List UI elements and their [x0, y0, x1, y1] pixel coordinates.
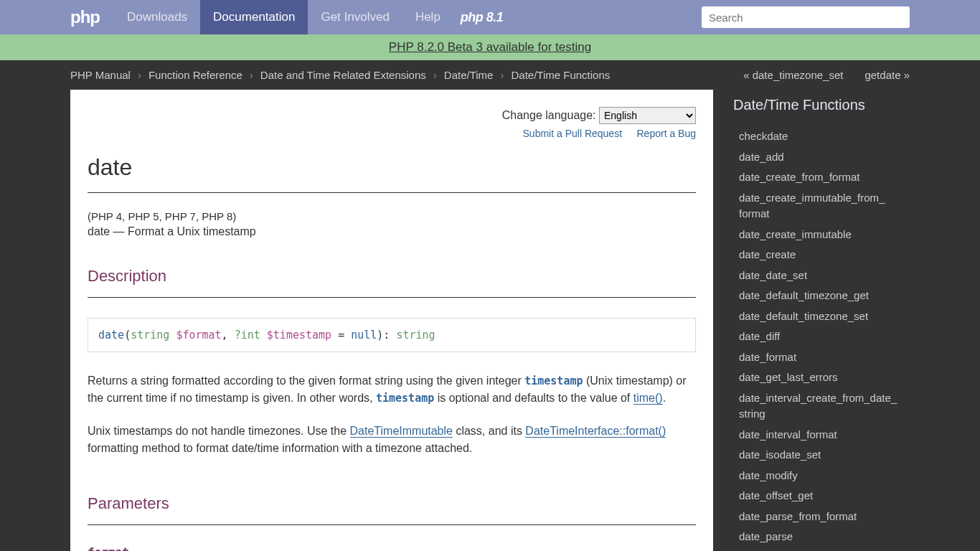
- breadcrumb-separator: ›: [138, 69, 141, 81]
- method-synopsis: date(string $format, ?int $timestamp = n…: [88, 318, 696, 352]
- subheader: PHP Manual›Function Reference›Date and T…: [0, 60, 980, 90]
- nav-documentation[interactable]: Documentation: [200, 0, 308, 34]
- sidebar-link-date_modify[interactable]: date_​modify: [739, 469, 798, 481]
- sidebar-link-date_format[interactable]: date_​format: [739, 351, 796, 363]
- param-format: format: [88, 545, 696, 551]
- datetimeimmutable-link[interactable]: DateTimeImmutable: [350, 425, 453, 438]
- sidebar-link-date_create_immutable[interactable]: date_​create_​immutable: [739, 228, 852, 240]
- version-info: (PHP 4, PHP 5, PHP 7, PHP 8): [88, 210, 696, 222]
- content: Change language: English Submit a Pull R…: [70, 90, 713, 551]
- sidebar: Date/Time Functions checkdatedate_​addda…: [730, 90, 910, 551]
- sidebar-item: date_​offset_​get: [730, 486, 910, 507]
- sidebar-item: date_​parse_​from_​format: [730, 507, 910, 527]
- type: string: [131, 329, 169, 342]
- code-timestamp: timestamp: [524, 375, 583, 387]
- sidebar-link-date_interval_create_from_date_string[interactable]: date_​interval_​create_​from_​date_​stri…: [739, 392, 897, 420]
- submit-pr-link[interactable]: Submit a Pull Request: [523, 128, 623, 139]
- sidebar-item: date_​get_​last_​errors: [730, 367, 910, 388]
- search-input[interactable]: [702, 6, 910, 28]
- sidebar-title: Date/Time Functions: [730, 97, 910, 113]
- sidebar-item: date_​date_​set: [730, 265, 910, 286]
- sidebar-item: checkdate: [730, 126, 910, 147]
- top-navigation: php DownloadsDocumentationGet InvolvedHe…: [0, 0, 980, 34]
- sidebar-item: date_​default_​timezone_​get: [730, 286, 910, 306]
- nav-downloads[interactable]: Downloads: [114, 0, 200, 34]
- sidebar-link-date_parse_from_format[interactable]: date_​parse_​from_​format: [739, 510, 857, 522]
- page-nav: « date_timezone_set getdate »: [743, 69, 910, 81]
- layout: Change language: English Submit a Pull R…: [70, 90, 910, 551]
- sidebar-link-date_get_last_errors[interactable]: date_​get_​last_​errors: [739, 371, 838, 383]
- description-heading: Description: [88, 267, 696, 286]
- sidebar-link-date_interval_format[interactable]: date_​interval_​format: [739, 428, 837, 441]
- sidebar-item: date_​diff: [730, 326, 910, 347]
- breadcrumb-separator: ›: [433, 69, 437, 81]
- php-logo[interactable]: php: [70, 7, 114, 27]
- sidebar-link-date_create_immutable_from_format[interactable]: date_​create_​immutable_​from_​format: [739, 192, 885, 220]
- sidebar-item: date_​format: [730, 347, 910, 368]
- language-bar: Change language: English: [88, 107, 696, 124]
- sidebar-item: date_​interval_​format: [730, 425, 910, 446]
- sidebar-link-date_add[interactable]: date_​add: [739, 151, 784, 163]
- action-links: Submit a Pull Request Report a Bug: [88, 127, 696, 140]
- sidebar-item: date_​add: [730, 147, 910, 168]
- sidebar-link-date_create_from_format[interactable]: date_​create_​from_​format: [739, 171, 859, 183]
- sidebar-item: date_​create: [730, 245, 910, 265]
- breadcrumb-separator: ›: [250, 69, 253, 81]
- breadcrumb-item[interactable]: Function Reference: [149, 69, 242, 81]
- type: ?int: [235, 329, 260, 342]
- change-language-label: Change language:: [502, 109, 596, 121]
- format-link[interactable]: DateTimeInterface::format(): [525, 425, 666, 438]
- breadcrumb-item[interactable]: PHP Manual: [70, 69, 131, 81]
- banner-link[interactable]: PHP 8.2.0 Beta 3 available for testing: [389, 40, 591, 54]
- ref-purpose: date — Format a Unix timestamp: [88, 225, 696, 238]
- nav-get-involved[interactable]: Get Involved: [308, 0, 402, 34]
- sidebar-item: date_​create_​from_​format: [730, 167, 910, 188]
- divider: [88, 297, 696, 298]
- sidebar-link-date_create[interactable]: date_​create: [739, 248, 796, 260]
- report-bug-link[interactable]: Report a Bug: [637, 128, 697, 139]
- prev-link[interactable]: « date_timezone_set: [743, 69, 843, 81]
- sidebar-link-date_parse[interactable]: date_​parse: [739, 530, 793, 542]
- sidebar-link-checkdate[interactable]: checkdate: [739, 130, 788, 142]
- nav-links: DownloadsDocumentationGet InvolvedHelp: [114, 0, 453, 34]
- return-type: string: [396, 329, 435, 342]
- sidebar-link-date_diff[interactable]: date_​diff: [739, 330, 780, 342]
- sidebar-item: date_​modify: [730, 466, 910, 486]
- description-paragraph-1: Returns a string formatted according to …: [88, 372, 696, 407]
- breadcrumb-separator: ›: [500, 69, 504, 81]
- var: $timestamp: [267, 329, 331, 342]
- sidebar-link-date_date_set[interactable]: date_​date_​set: [739, 269, 807, 281]
- breadcrumb-item[interactable]: Date and Time Related Extensions: [260, 69, 426, 81]
- sidebar-link-date_isodate_set[interactable]: date_​isodate_​set: [739, 448, 821, 461]
- nav-help[interactable]: Help: [402, 0, 453, 34]
- default: null: [351, 329, 377, 342]
- sidebar-item: date_​default_​timezone_​set: [730, 306, 910, 327]
- sidebar-item: date_​interval_​create_​from_​date_​stri…: [730, 388, 910, 425]
- breadcrumbs: PHP Manual›Function Reference›Date and T…: [70, 69, 610, 81]
- parameters-heading: Parameters: [88, 494, 696, 513]
- fn-name: date: [98, 329, 124, 342]
- code-timestamp: timestamp: [376, 392, 434, 405]
- breadcrumb-item[interactable]: Date/Time Functions: [511, 69, 610, 81]
- sidebar-item: date_​parse: [730, 527, 910, 547]
- description-paragraph-2: Unix timestamps do not handle timezones.…: [88, 423, 696, 457]
- sidebar-link-date_offset_get[interactable]: date_​offset_​get: [739, 489, 813, 501]
- sidebar-item: date_​create_​immutable: [730, 225, 910, 245]
- announcement-banner: PHP 8.2.0 Beta 3 available for testing: [0, 34, 980, 60]
- sidebar-item: date_​isodate_​set: [730, 445, 910, 466]
- divider: [88, 192, 696, 193]
- sidebar-list: checkdatedate_​adddate_​create_​from_​fo…: [730, 126, 910, 551]
- next-link[interactable]: getdate »: [864, 69, 910, 81]
- var: $format: [176, 329, 221, 342]
- sidebar-item: date_​create_​immutable_​from_​format: [730, 188, 910, 225]
- php81-badge[interactable]: php 8.1: [461, 10, 504, 25]
- sidebar-link-date_default_timezone_set[interactable]: date_​default_​timezone_​set: [739, 310, 868, 322]
- time-link[interactable]: time(): [633, 392, 663, 405]
- divider: [88, 524, 696, 525]
- breadcrumb-item[interactable]: Date/Time: [444, 69, 494, 81]
- search-container: [702, 6, 910, 28]
- page-title: date: [88, 154, 696, 181]
- sidebar-link-date_default_timezone_get[interactable]: date_​default_​timezone_​get: [739, 289, 869, 301]
- sidebar-item: date_​sub: [730, 547, 910, 552]
- language-select[interactable]: English: [599, 107, 696, 124]
